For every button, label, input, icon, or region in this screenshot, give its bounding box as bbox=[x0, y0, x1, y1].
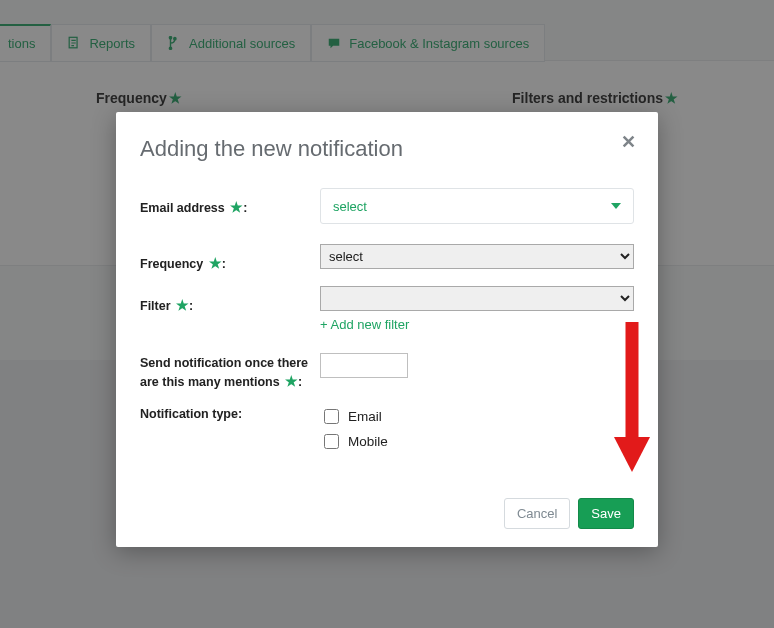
star-icon: ★ bbox=[176, 297, 189, 313]
email-checkbox[interactable] bbox=[324, 409, 339, 424]
chevron-down-icon bbox=[611, 203, 621, 209]
email-checkbox-row[interactable]: Email bbox=[320, 406, 634, 427]
star-icon: ★ bbox=[209, 255, 222, 271]
modal-title: Adding the new notification bbox=[140, 136, 634, 162]
notification-type-label: Notification type: bbox=[140, 406, 320, 424]
frequency-label: Frequency ★: bbox=[140, 244, 320, 274]
mobile-checkbox[interactable] bbox=[324, 434, 339, 449]
close-button[interactable]: ✕ bbox=[615, 130, 642, 154]
email-label: Email address ★: bbox=[140, 188, 320, 218]
filter-label: Filter ★: bbox=[140, 286, 320, 316]
close-icon: ✕ bbox=[621, 132, 636, 152]
modal-footer: Cancel Save bbox=[140, 498, 634, 529]
save-button[interactable]: Save bbox=[578, 498, 634, 529]
add-new-filter-link[interactable]: + Add new filter bbox=[320, 317, 409, 332]
modal-form: Email address ★: select Frequency ★: sel… bbox=[140, 188, 634, 529]
filter-select[interactable] bbox=[320, 286, 634, 311]
cancel-button[interactable]: Cancel bbox=[504, 498, 570, 529]
star-icon: ★ bbox=[230, 199, 243, 215]
mobile-checkbox-label: Mobile bbox=[348, 434, 388, 449]
frequency-select[interactable]: select bbox=[320, 244, 634, 269]
threshold-input[interactable] bbox=[320, 353, 408, 378]
star-icon: ★ bbox=[285, 373, 298, 389]
email-select-placeholder: select bbox=[333, 199, 367, 214]
mobile-checkbox-row[interactable]: Mobile bbox=[320, 431, 634, 452]
add-notification-modal: Adding the new notification ✕ Email addr… bbox=[116, 112, 658, 547]
threshold-label: Send notification once there are this ma… bbox=[140, 353, 320, 392]
email-select[interactable]: select bbox=[320, 188, 634, 224]
email-checkbox-label: Email bbox=[348, 409, 382, 424]
